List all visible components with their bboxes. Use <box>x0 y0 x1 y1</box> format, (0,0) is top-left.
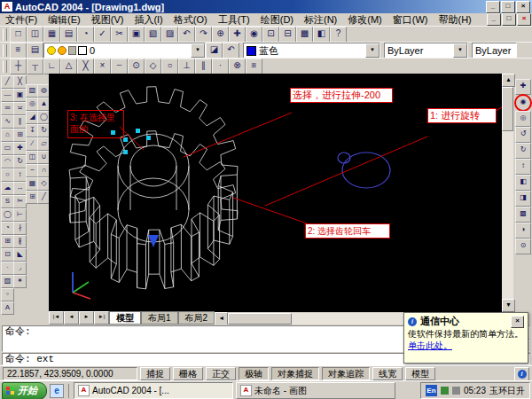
status-toggle-snap[interactable]: 捕捉 <box>140 367 170 380</box>
menu-draw[interactable]: 绘图(D) <box>255 13 299 26</box>
tab-prev-icon[interactable]: ◄ <box>64 311 79 325</box>
ellipse-arc-icon[interactable]: ◔ <box>1 222 14 235</box>
offset-icon[interactable]: ∥ <box>13 115 27 129</box>
array-icon[interactable]: ⊞ <box>13 129 27 142</box>
match-properties-icon[interactable]: ▨ <box>161 27 178 43</box>
snap-endpoint-icon[interactable]: ∟ <box>43 59 60 74</box>
title-bar[interactable]: A AutoCAD 2004 - [Drawing1.dwg] _ □ × <box>0 0 532 13</box>
fillet-icon[interactable]: ◞ <box>13 262 27 275</box>
tab-first-icon[interactable]: |◄ <box>49 311 64 325</box>
properties-icon[interactable]: ▩ <box>296 27 313 43</box>
three-d-adjust-distance-icon[interactable]: ↕ <box>515 159 531 175</box>
region-icon[interactable]: ▫ <box>1 288 14 301</box>
erase-icon[interactable]: ╳ <box>13 75 27 89</box>
dropdown-arrow-icon[interactable]: ▼ <box>365 43 379 58</box>
new-file-icon[interactable]: □ <box>10 27 27 43</box>
break-icon[interactable]: ∦ <box>13 235 27 248</box>
chamfer-icon[interactable]: ◣ <box>13 248 27 262</box>
menu-dimension[interactable]: 标注(N) <box>299 13 342 26</box>
scale-icon[interactable]: ↕ <box>13 168 27 182</box>
three-d-orbit-icon[interactable]: ◉ <box>515 95 531 111</box>
make-block-icon[interactable]: ⊡ <box>1 248 14 262</box>
snap-intersection-icon[interactable]: ╳ <box>77 59 94 74</box>
spline-icon[interactable]: S <box>1 195 14 208</box>
quick-launch-ie-icon[interactable]: e <box>50 384 64 398</box>
shade-icon[interactable]: ◑ <box>515 223 531 239</box>
save-icon[interactable]: ▦ <box>43 27 60 43</box>
tray-status-icon[interactable] <box>441 387 449 395</box>
polyline-icon[interactable]: ∿ <box>1 115 14 129</box>
menu-modify[interactable]: 修改(M) <box>342 13 387 26</box>
layout2-tab[interactable]: 布局2 <box>178 311 215 325</box>
layer-states-icon[interactable]: ▤ <box>27 43 43 59</box>
explode-icon[interactable]: ✴ <box>13 275 27 288</box>
open-file-icon[interactable]: ◫ <box>27 27 43 43</box>
snap-perpendicular-icon[interactable]: ⊥ <box>178 59 195 74</box>
snap-parallel-icon[interactable]: ∥ <box>195 59 212 74</box>
insert-hyperlink-icon[interactable]: ⊕ <box>212 27 229 43</box>
drawing-canvas[interactable]: 选择，进行拉伸-200 3: 在选择里面的 1: 进行旋转 2: 选择齿轮回车 <box>49 74 502 312</box>
status-toggle-model[interactable]: 模型 <box>405 367 435 380</box>
tray-volume-icon[interactable] <box>452 387 460 395</box>
revision-cloud-icon[interactable]: ☁ <box>1 182 14 195</box>
menu-format[interactable]: 格式(O) <box>168 13 213 26</box>
three-d-continuous-orbit-icon[interactable]: ↻ <box>515 143 531 159</box>
zoom-realtime-icon[interactable]: ◉ <box>246 27 262 43</box>
hide-icon[interactable]: ▩ <box>515 207 531 223</box>
rectangle-icon[interactable]: ▭ <box>1 142 14 155</box>
make-object-layer-icon[interactable]: ◪ <box>206 43 223 59</box>
snap-midpoint-icon[interactable]: △ <box>60 59 77 74</box>
spelling-icon[interactable]: ✓ <box>94 27 111 43</box>
canvas-vertical-scrollbar[interactable]: ▲ ▼ <box>502 74 513 312</box>
scroll-left-icon[interactable]: ◄ <box>215 312 228 325</box>
popup-close-icon[interactable]: × <box>511 316 524 328</box>
horizontal-scroll-thumb[interactable] <box>228 313 292 325</box>
zoom-previous-icon[interactable]: ⊟ <box>279 27 296 43</box>
snap-node-icon[interactable]: · <box>212 59 229 74</box>
menu-window[interactable]: 窗口(W) <box>387 13 434 26</box>
model-tab[interactable]: 模型 <box>109 311 141 325</box>
arc-icon[interactable]: ◠ <box>1 155 14 168</box>
line-icon[interactable]: ╱ <box>1 75 14 89</box>
print-preview-icon[interactable]: ◔ <box>77 27 94 43</box>
menu-view[interactable]: 视图(V) <box>86 13 129 26</box>
taskbar-task-autocad[interactable]: A AutoCAD 2004 - [... <box>74 382 233 399</box>
hatch-icon[interactable]: ▨ <box>1 275 14 288</box>
status-toggle-grid[interactable]: 栅格 <box>173 367 203 380</box>
snap-center-icon[interactable]: ⊙ <box>128 59 145 74</box>
construction-line-icon[interactable]: — <box>1 89 14 102</box>
snap-tangent-icon[interactable]: ○ <box>161 59 178 74</box>
menu-tools[interactable]: 工具(T) <box>213 13 255 26</box>
print-icon[interactable]: ▤ <box>60 27 77 43</box>
help-icon[interactable]: ? <box>330 27 347 43</box>
stretch-icon[interactable]: ↔ <box>13 182 27 195</box>
insert-block-icon[interactable]: ⊞ <box>1 235 14 248</box>
osnap-settings-icon[interactable]: ≡ <box>246 59 262 74</box>
taskbar-task-paint[interactable]: A 未命名 - 画图 <box>236 382 395 399</box>
three-d-pan-icon[interactable]: ✚ <box>515 79 531 95</box>
three-d-swivel-icon[interactable]: ↺ <box>515 127 531 143</box>
copy-icon[interactable]: ▣ <box>128 27 145 43</box>
snap-nearest-icon[interactable]: ⊗ <box>229 59 246 74</box>
zoom-window-icon[interactable]: ⊡ <box>262 27 279 43</box>
layer-previous-icon[interactable]: ↶ <box>223 43 239 59</box>
close-icon[interactable]: × <box>516 1 530 13</box>
mtext-icon[interactable]: A <box>1 301 14 315</box>
snap-quadrant-icon[interactable]: ◇ <box>145 59 161 74</box>
scroll-up-icon[interactable]: ▲ <box>502 74 515 87</box>
cut-icon[interactable]: ✂ <box>111 27 128 43</box>
language-indicator[interactable]: En <box>426 385 437 396</box>
color-dropdown[interactable]: 蓝色 ▼ <box>243 43 380 59</box>
tab-next-icon[interactable]: ► <box>79 311 94 325</box>
designcenter-icon[interactable]: ◧ <box>313 27 330 43</box>
layers-manager-icon[interactable]: ≡ <box>10 43 27 59</box>
toolbar-grip[interactable] <box>3 44 7 57</box>
break-point-icon[interactable]: ∤ <box>13 222 27 235</box>
status-toggle-lineweight[interactable]: 线宽 <box>372 367 403 380</box>
copy-object-icon[interactable]: ▣ <box>13 89 27 102</box>
trim-icon[interactable]: ✂ <box>13 195 27 208</box>
back-clip-icon[interactable]: ◨ <box>515 191 531 207</box>
extend-icon[interactable]: ⊢ <box>13 208 27 222</box>
popup-click-here-link[interactable]: 单击此处。 <box>408 340 524 351</box>
point-icon[interactable]: · <box>1 262 14 275</box>
